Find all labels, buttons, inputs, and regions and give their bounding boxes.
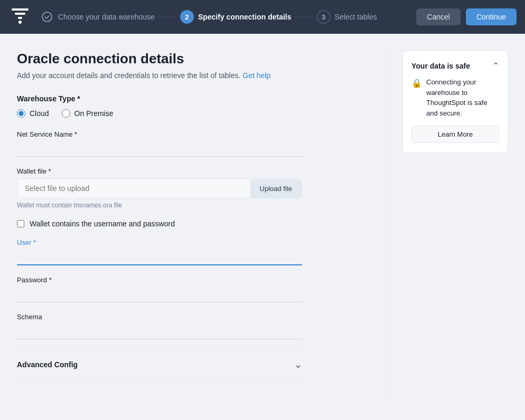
radio-on-premise-input[interactable] [62, 109, 70, 118]
step-1-check-icon [40, 10, 54, 24]
radio-on-premise-label: On Premise [74, 109, 114, 118]
wallet-file-field: Wallet file * Upload file Wallet must co… [17, 167, 377, 209]
wallet-file-label: Wallet file * [17, 167, 377, 175]
warehouse-type-label: Warehouse Type * [17, 94, 377, 103]
wallet-checkbox-label[interactable]: Wallet contains the username and passwor… [30, 219, 175, 228]
net-service-name-label: Net Service Name * [17, 130, 377, 138]
step-1: Choose your data warehouse [40, 10, 155, 24]
svg-point-3 [18, 21, 22, 24]
radio-cloud[interactable]: Cloud [17, 109, 49, 118]
svg-rect-0 [12, 8, 29, 11]
schema-field: Schema [17, 313, 377, 339]
password-field: Password * [17, 276, 377, 302]
net-service-name-input[interactable] [17, 141, 302, 157]
user-input[interactable] [17, 250, 302, 265]
wizard-steps: Choose your data warehouse 2 Specify con… [40, 10, 408, 24]
continue-button[interactable]: Continue [466, 8, 517, 25]
form-panel: Oracle connection details Add your accou… [17, 51, 377, 403]
step-3-number: 3 [317, 10, 331, 24]
wallet-checkbox[interactable] [17, 220, 24, 227]
svg-rect-2 [18, 17, 22, 19]
warehouse-type-radio-group: Cloud On Premise [17, 109, 377, 118]
step-2: 2 Specify connection details [180, 10, 292, 24]
chevron-down-icon: ⌄ [294, 359, 302, 370]
safe-card-body: 🔒 Connecting your warehouse to ThoughtSp… [411, 77, 499, 118]
step-divider-2 [296, 17, 313, 17]
cancel-button[interactable]: Cancel [416, 8, 461, 25]
safe-card-header: Your data is safe ⌃ [411, 61, 499, 71]
user-label: User * [17, 238, 377, 246]
panel-divider [389, 51, 390, 403]
radio-on-premise[interactable]: On Premise [62, 109, 114, 118]
step-2-number: 2 [180, 10, 194, 24]
password-label: Password * [17, 276, 377, 284]
data-safe-card: Your data is safe ⌃ 🔒 Connecting your wa… [402, 51, 508, 153]
page-subtitle: Add your account details and credentials… [17, 71, 377, 80]
safe-card-text: Connecting your warehouse to ThoughtSpot… [426, 77, 499, 118]
wallet-file-input[interactable] [17, 179, 250, 198]
nav-buttons: Cancel Continue [416, 8, 517, 25]
password-input[interactable] [17, 287, 302, 302]
net-service-name-field: Net Service Name * [17, 130, 377, 157]
advanced-config-title: Advanced Config [17, 360, 78, 369]
step-divider-1 [159, 17, 176, 17]
page-title: Oracle connection details [17, 51, 377, 67]
upload-file-button[interactable]: Upload file [250, 179, 302, 198]
svg-point-4 [42, 12, 52, 22]
wallet-hint: Wallet must contain tnsnames.ora file [17, 202, 377, 209]
sidebar-panel: Your data is safe ⌃ 🔒 Connecting your wa… [402, 51, 508, 403]
subtitle-text: Add your account details and credentials… [17, 71, 240, 80]
schema-label: Schema [17, 313, 377, 321]
logo [8, 5, 32, 28]
radio-cloud-input[interactable] [17, 109, 25, 118]
wallet-file-row: Upload file [17, 178, 302, 198]
step-3: 3 Select tables [317, 10, 377, 24]
safe-card-title: Your data is safe [411, 62, 470, 70]
warehouse-type-field: Warehouse Type * Cloud On Premise [17, 94, 377, 118]
step-1-label: Choose your data warehouse [58, 13, 155, 21]
schema-input[interactable] [17, 324, 302, 339]
step-2-label: Specify connection details [198, 13, 292, 21]
radio-cloud-label: Cloud [30, 109, 49, 118]
learn-more-button[interactable]: Learn More [411, 126, 499, 143]
advanced-config-section: Advanced Config ⌄ [17, 350, 302, 379]
main-content: Oracle connection details Add your accou… [0, 34, 525, 420]
lock-icon: 🔒 [411, 78, 422, 118]
advanced-config-header[interactable]: Advanced Config ⌄ [17, 350, 302, 379]
user-field: User * [17, 238, 377, 265]
get-help-link[interactable]: Get help [242, 71, 270, 80]
collapse-icon[interactable]: ⌃ [492, 61, 499, 71]
svg-rect-1 [15, 13, 25, 15]
top-navigation: Choose your data warehouse 2 Specify con… [0, 0, 525, 34]
wallet-checkbox-row: Wallet contains the username and passwor… [17, 219, 377, 228]
step-3-label: Select tables [335, 13, 377, 21]
